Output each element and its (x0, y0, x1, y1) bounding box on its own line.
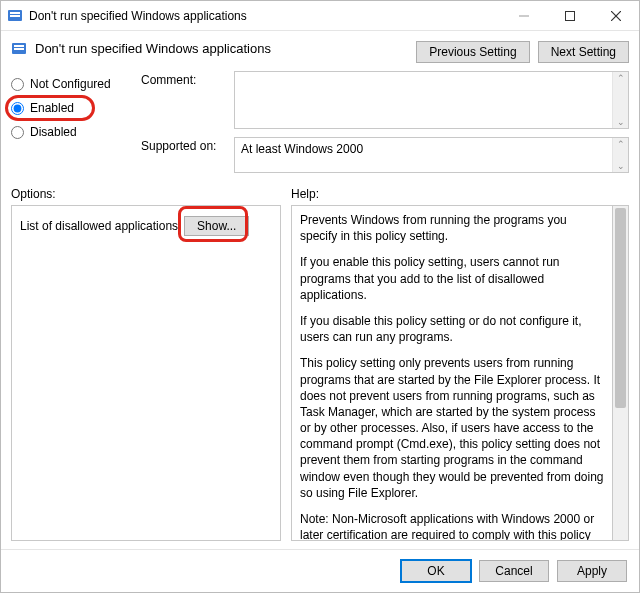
section-labels: Options: Help: (1, 181, 639, 205)
show-button[interactable]: Show... (184, 216, 249, 236)
comment-value (235, 72, 612, 128)
radio-enabled[interactable]: Enabled (11, 101, 141, 115)
dialog-window: Don't run specified Windows applications… (0, 0, 640, 593)
comment-scrollbar[interactable]: ⌃⌄ (612, 72, 628, 128)
radio-enabled-label: Enabled (30, 101, 74, 115)
comment-label: Comment: (141, 71, 226, 87)
radio-not-configured[interactable]: Not Configured (11, 77, 141, 91)
help-wrap: Prevents Windows from running the progra… (291, 205, 629, 541)
disallowed-list-label: List of disallowed applications (20, 219, 178, 233)
close-button[interactable] (593, 1, 639, 31)
svg-rect-4 (566, 11, 575, 20)
help-scrollbar-thumb[interactable] (615, 208, 626, 408)
ok-button[interactable]: OK (401, 560, 471, 582)
svg-rect-9 (14, 48, 24, 50)
help-paragraph: If you enable this policy setting, users… (300, 254, 604, 303)
apply-button[interactable]: Apply (557, 560, 627, 582)
supported-value: At least Windows 2000 (235, 138, 612, 172)
radio-disabled-input[interactable] (11, 126, 24, 139)
svg-rect-2 (10, 15, 20, 17)
policy-title: Don't run specified Windows applications (35, 39, 416, 56)
window-title: Don't run specified Windows applications (29, 9, 247, 23)
panels: List of disallowed applications Show... … (1, 205, 639, 549)
comment-field: Comment: ⌃⌄ (141, 71, 629, 129)
policy-icon (11, 41, 27, 57)
radio-not-configured-label: Not Configured (30, 77, 111, 91)
help-section-label: Help: (291, 187, 629, 201)
radio-enabled-input[interactable] (11, 102, 24, 115)
help-paragraph: If you disable this policy setting or do… (300, 313, 604, 345)
config-area: Not Configured Enabled Disabled Comment:… (1, 67, 639, 181)
options-panel: List of disallowed applications Show... (11, 205, 281, 541)
supported-box: At least Windows 2000 ⌃⌄ (234, 137, 629, 173)
radio-not-configured-input[interactable] (11, 78, 24, 91)
next-setting-button[interactable]: Next Setting (538, 41, 629, 63)
supported-field: Supported on: At least Windows 2000 ⌃⌄ (141, 137, 629, 173)
dialog-footer: OK Cancel Apply (1, 549, 639, 592)
help-paragraph: This policy setting only prevents users … (300, 355, 604, 501)
options-section-label: Options: (11, 187, 281, 201)
cancel-button[interactable]: Cancel (479, 560, 549, 582)
radio-disabled[interactable]: Disabled (11, 125, 141, 139)
disallowed-list-row: List of disallowed applications Show... (20, 216, 272, 236)
dialog-header: Don't run specified Windows applications… (1, 31, 639, 67)
maximize-button[interactable] (547, 1, 593, 31)
help-paragraph: Prevents Windows from running the progra… (300, 212, 604, 244)
svg-rect-8 (14, 45, 24, 47)
title-bar: Don't run specified Windows applications (1, 1, 639, 31)
state-radio-group: Not Configured Enabled Disabled (11, 71, 141, 173)
app-icon (7, 8, 23, 24)
minimize-button[interactable] (501, 1, 547, 31)
supported-scrollbar[interactable]: ⌃⌄ (612, 138, 628, 172)
help-panel: Prevents Windows from running the progra… (291, 205, 613, 541)
help-paragraph: Note: Non-Microsoft applications with Wi… (300, 511, 604, 541)
svg-rect-1 (10, 12, 20, 14)
supported-label: Supported on: (141, 137, 226, 153)
help-scrollbar[interactable] (613, 205, 629, 541)
radio-disabled-label: Disabled (30, 125, 77, 139)
comment-textarea[interactable]: ⌃⌄ (234, 71, 629, 129)
previous-setting-button[interactable]: Previous Setting (416, 41, 529, 63)
